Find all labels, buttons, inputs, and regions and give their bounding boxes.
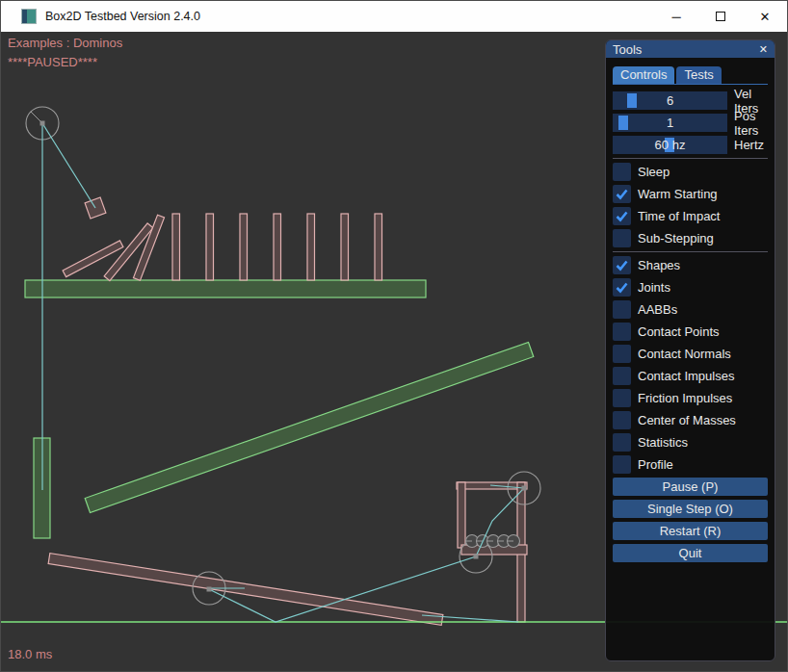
slider-track-vel-iters[interactable]: 6 bbox=[613, 91, 727, 110]
separator bbox=[613, 251, 768, 252]
os-titlebar[interactable]: Box2D Testbed Version 2.4.0 ─ ✕ bbox=[1, 1, 787, 32]
checkbox-joints[interactable] bbox=[613, 278, 631, 297]
close-icon: ✕ bbox=[760, 10, 771, 24]
slider-label-hertz: Hertz bbox=[734, 138, 764, 152]
checkbox-row-center-of-masses[interactable]: Center of Masses bbox=[613, 411, 768, 429]
checkbox-sub-stepping[interactable] bbox=[613, 229, 631, 247]
checkbox-label-time-of-impact: Time of Impact bbox=[638, 209, 720, 223]
checkbox-row-time-of-impact[interactable]: Time of Impact bbox=[613, 207, 768, 225]
checkbox-row-sub-stepping[interactable]: Sub-Stepping bbox=[613, 229, 768, 247]
scene-domino-7 bbox=[375, 214, 382, 280]
scene-domino-6 bbox=[341, 214, 349, 280]
checkbox-contact-normals[interactable] bbox=[613, 345, 631, 363]
checkbox-label-contact-points: Contact Points bbox=[638, 324, 720, 339]
checkbox-row-statistics[interactable]: Statistics bbox=[613, 433, 768, 452]
scene-domino-1 bbox=[172, 214, 180, 280]
checkbox-label-aabbs: AABBs bbox=[638, 302, 677, 317]
checkbox-center-of-masses[interactable] bbox=[613, 411, 631, 429]
checkbox-profile[interactable] bbox=[613, 455, 631, 474]
example-label: Examples : Dominos bbox=[8, 36, 122, 50]
checkbox-row-sleep[interactable]: Sleep bbox=[613, 163, 768, 181]
checkbox-warm-starting[interactable] bbox=[613, 185, 631, 203]
checkbox-time-of-impact[interactable] bbox=[613, 207, 631, 225]
checkbox-row-friction-impulses[interactable]: Friction Impulses bbox=[613, 389, 768, 407]
check-mark-icon bbox=[615, 258, 629, 272]
checkbox-aabbs[interactable] bbox=[613, 300, 631, 319]
slider-value-hertz: 60 hz bbox=[613, 136, 727, 154]
tab-tests[interactable]: Tests bbox=[676, 66, 721, 84]
single-step-button[interactable]: Single Step (O) bbox=[613, 500, 768, 518]
slider-value-vel-iters: 6 bbox=[613, 91, 727, 110]
tools-panel: Tools ✕ ControlsTests 6Vel Iters1Pos Ite… bbox=[605, 39, 775, 661]
app-icon bbox=[21, 9, 37, 24]
check-mark-icon bbox=[615, 280, 629, 295]
checkbox-label-profile: Profile bbox=[638, 457, 673, 472]
checkbox-label-center-of-masses: Center of Masses bbox=[638, 413, 736, 427]
scene-joint-anchor bbox=[522, 486, 527, 491]
scene-joint-anchor bbox=[40, 121, 45, 126]
checkbox-label-friction-impulses: Friction Impulses bbox=[638, 391, 732, 405]
scene-joint-anchor bbox=[474, 555, 479, 559]
checkbox-row-profile[interactable]: Profile bbox=[613, 455, 768, 474]
slider-hertz[interactable]: 60 hzHertz bbox=[613, 136, 768, 154]
check-mark-icon bbox=[615, 209, 629, 223]
minimize-icon: ─ bbox=[671, 10, 680, 24]
scene-domino-4 bbox=[274, 214, 281, 280]
close-button[interactable]: ✕ bbox=[743, 1, 787, 32]
checkbox-sleep[interactable] bbox=[613, 163, 631, 181]
panel-close-icon[interactable]: ✕ bbox=[759, 43, 768, 56]
checkbox-row-aabbs[interactable]: AABBs bbox=[613, 300, 768, 319]
scene-domino-3 bbox=[240, 214, 248, 280]
checkbox-label-shapes: Shapes bbox=[638, 258, 680, 272]
maximize-button[interactable] bbox=[698, 1, 743, 32]
scene-seesaw-ramp bbox=[48, 554, 443, 626]
scene-domino-5 bbox=[307, 214, 315, 280]
window-controls: ─ ✕ bbox=[654, 1, 787, 32]
scene-frame-left-post bbox=[458, 482, 465, 548]
tools-panel-titlebar[interactable]: Tools ✕ bbox=[606, 40, 775, 58]
checkbox-contact-points[interactable] bbox=[613, 323, 631, 341]
checkbox-row-contact-normals[interactable]: Contact Normals bbox=[613, 345, 768, 363]
slider-track-pos-iters[interactable]: 1 bbox=[613, 114, 727, 132]
slider-value-pos-iters: 1 bbox=[613, 114, 727, 132]
paused-label: ****PAUSED**** bbox=[8, 55, 97, 69]
scene-shelf-platform bbox=[25, 280, 426, 297]
checkbox-statistics[interactable] bbox=[613, 433, 631, 452]
pause-button[interactable]: Pause (P) bbox=[613, 478, 768, 496]
slider-track-hertz[interactable]: 60 hz bbox=[613, 136, 727, 154]
checkbox-label-contact-impulses: Contact Impulses bbox=[638, 369, 734, 383]
tab-bar: ControlsTests bbox=[613, 66, 768, 85]
scene-joint-anchor bbox=[207, 587, 212, 592]
tools-panel-title: Tools bbox=[613, 42, 642, 57]
slider-pos-iters[interactable]: 1Pos Iters bbox=[613, 114, 768, 132]
separator bbox=[613, 158, 768, 159]
scene-domino-2 bbox=[206, 214, 214, 280]
checkbox-label-statistics: Statistics bbox=[638, 435, 688, 450]
slider-label-pos-iters: Pos Iters bbox=[734, 109, 768, 138]
checkbox-row-contact-points[interactable]: Contact Points bbox=[613, 323, 768, 341]
scene-joint-2 bbox=[42, 123, 95, 208]
checkbox-row-shapes[interactable]: Shapes bbox=[613, 256, 768, 274]
checkbox-label-sleep: Sleep bbox=[638, 165, 670, 179]
slider-vel-iters[interactable]: 6Vel Iters bbox=[613, 91, 768, 110]
checkbox-row-warm-starting[interactable]: Warm Starting bbox=[613, 185, 768, 203]
restart-button[interactable]: Restart (R) bbox=[613, 522, 768, 540]
checkbox-label-joints: Joints bbox=[638, 280, 670, 295]
minimize-button[interactable]: ─ bbox=[654, 1, 698, 32]
quit-button[interactable]: Quit bbox=[613, 544, 768, 562]
checkbox-contact-impulses[interactable] bbox=[613, 367, 631, 385]
checkbox-label-sub-stepping: Sub-Stepping bbox=[638, 231, 714, 246]
checkbox-row-joints[interactable]: Joints bbox=[613, 278, 768, 297]
tab-controls[interactable]: Controls bbox=[613, 66, 674, 84]
checkbox-shapes[interactable] bbox=[613, 256, 631, 274]
panel-body: 6Vel Iters1Pos Iters60 hzHertzSleepWarm … bbox=[606, 85, 775, 562]
app-window: Box2D Testbed Version 2.4.0 ─ ✕ Examples… bbox=[0, 0, 788, 672]
window-title: Box2D Testbed Version 2.4.0 bbox=[45, 10, 200, 23]
checkbox-label-contact-normals: Contact Normals bbox=[638, 347, 731, 361]
checkbox-label-warm-starting: Warm Starting bbox=[638, 187, 718, 201]
check-mark-icon bbox=[615, 187, 629, 201]
checkbox-row-contact-impulses[interactable]: Contact Impulses bbox=[613, 367, 768, 385]
frame-time-label: 18.0 ms bbox=[8, 647, 52, 661]
maximize-icon bbox=[716, 12, 725, 21]
checkbox-friction-impulses[interactable] bbox=[613, 389, 631, 407]
